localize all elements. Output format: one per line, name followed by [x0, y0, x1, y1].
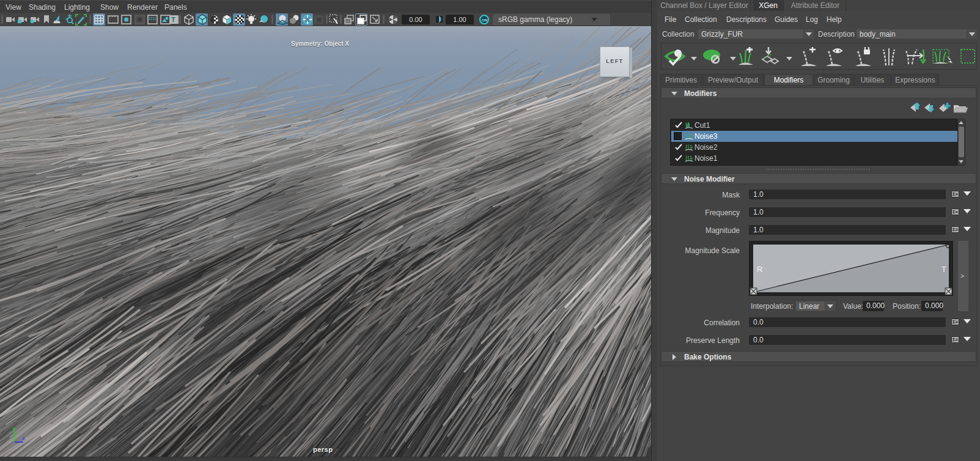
svg-text:T: T — [941, 265, 946, 274]
svg-text:R: R — [757, 265, 762, 274]
svg-text:z: z — [22, 435, 25, 441]
svg-text:y: y — [13, 426, 16, 432]
svg-text:T: T — [171, 16, 175, 23]
